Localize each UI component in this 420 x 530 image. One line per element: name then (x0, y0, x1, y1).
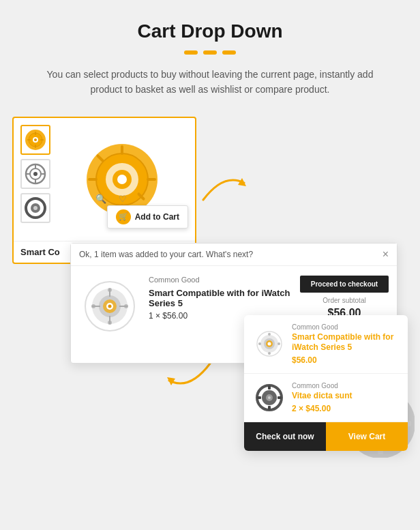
cart-item-2-tire (255, 383, 284, 412)
cart-item-1: Common Good Smart Compatible with for iW… (244, 315, 408, 374)
svg-point-10 (33, 172, 38, 176)
svg-point-57 (268, 396, 271, 399)
view-cart-button[interactable]: View Cart (326, 422, 408, 451)
page-wrapper: Cart Drop Down You can select products t… (0, 0, 420, 530)
svg-point-52 (258, 342, 261, 345)
cart-item-2-name: Vitae dicta sunt (292, 391, 398, 402)
cart-item-1-name: Smart Compatible with for iWatch Series … (292, 332, 398, 353)
cart-item-1-image (254, 328, 285, 359)
product-thumbnails (20, 125, 50, 234)
arrow-right (196, 171, 251, 212)
modal-close-button[interactable]: × (382, 249, 389, 260)
modal-product-brand: Common Good (149, 276, 292, 284)
divider-dot-2 (203, 50, 217, 55)
svg-point-22 (117, 175, 127, 184)
order-subtotal-label: Order subtotal (300, 297, 389, 304)
wishlist-icon[interactable]: ♡ (115, 192, 130, 207)
arrow-right-icon (200, 173, 247, 210)
page-title: Cart Drop Down (137, 20, 282, 42)
svg-point-36 (108, 304, 112, 308)
product-thumb-2[interactable] (20, 159, 50, 189)
modal-notification-text: Ok, 1 item was added to your cart. What'… (79, 250, 253, 259)
svg-rect-25 (88, 178, 97, 181)
svg-point-3 (34, 138, 37, 141)
svg-rect-60 (257, 396, 261, 399)
cart-item-1-brand: Common Good (292, 323, 398, 331)
cart-item-1-details: Common Good Smart Compatible with for iW… (292, 323, 398, 365)
proceed-to-checkout-button[interactable]: Proceed to checkout (300, 276, 389, 293)
subtitle: You can select products to buy without l… (46, 67, 374, 98)
modal-header: Ok, 1 item was added to your cart. What'… (71, 244, 397, 266)
svg-marker-30 (167, 377, 175, 385)
svg-rect-6 (27, 139, 31, 141)
add-to-cart-label: Add to Cart (135, 212, 179, 222)
modal-product-image (79, 276, 140, 337)
divider (184, 50, 236, 55)
cart-item-1-brake-disc (255, 329, 284, 358)
divider-dot-3 (222, 50, 236, 55)
svg-marker-29 (238, 178, 246, 186)
cart-item-2-details: Common Good Vitae dicta sunt 2 × $45.00 (292, 382, 398, 413)
cart-footer: Check out now View Cart (244, 422, 408, 451)
svg-point-49 (268, 342, 271, 346)
cart-item-2-price: 2 × $45.00 (292, 404, 398, 413)
product-card-inner: 🔍 ♡ 🛒 Add to Cart (14, 118, 195, 241)
product-thumb-1[interactable] (20, 125, 50, 155)
thumb-brake-disc-orange (24, 128, 47, 151)
product-main-image: 🔍 ♡ 🛒 Add to Cart (56, 125, 188, 234)
add-to-cart-button[interactable]: 🛒 Add to Cart (107, 205, 188, 229)
modal-product-title: Smart Compatible with for iWatch Series … (149, 288, 292, 308)
cart-dropdown: Common Good Smart Compatible with for iW… (244, 315, 408, 451)
svg-point-50 (268, 333, 271, 336)
modal-brake-disc (82, 279, 137, 334)
divider-dot-1 (184, 50, 198, 55)
svg-rect-58 (268, 385, 271, 389)
cart-item-2-image (254, 382, 285, 413)
illustration-container: 🔍 ♡ 🛒 Add to Cart Smart Co (12, 117, 408, 451)
svg-rect-5 (35, 145, 36, 148)
checkout-now-button[interactable]: Check out now (244, 422, 326, 451)
svg-rect-59 (268, 406, 271, 410)
thumb-tire (24, 196, 47, 220)
cart-item-2-brand: Common Good (292, 382, 398, 389)
svg-point-17 (33, 206, 38, 210)
svg-rect-4 (35, 132, 36, 135)
svg-point-53 (278, 342, 280, 345)
svg-rect-7 (40, 139, 44, 141)
svg-rect-23 (121, 145, 123, 155)
cart-item-2: Common Good Vitae dicta sunt 2 × $45.00 (244, 374, 408, 422)
cart-icon: 🛒 (116, 209, 131, 224)
search-icon[interactable]: 🔍 (93, 192, 108, 207)
product-card: 🔍 ♡ 🛒 Add to Cart Smart Co (12, 117, 196, 264)
svg-rect-26 (147, 178, 156, 181)
product-icons-row: 🔍 ♡ (93, 192, 130, 207)
cart-item-1-price: $56.00 (292, 355, 398, 365)
svg-rect-61 (278, 396, 282, 399)
thumb-wheel (24, 162, 47, 186)
product-thumb-3[interactable] (20, 193, 50, 223)
svg-point-51 (268, 352, 271, 355)
